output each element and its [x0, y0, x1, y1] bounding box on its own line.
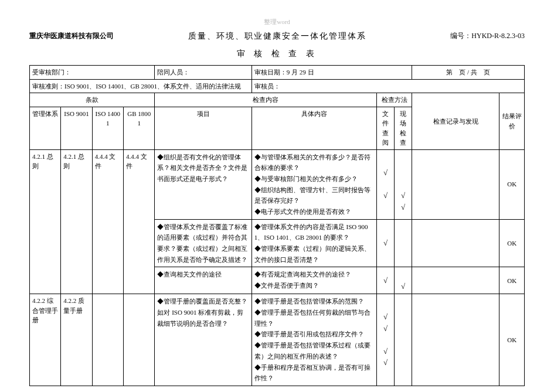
cell-iso14001: 4.4.4 文件 — [92, 149, 123, 294]
hdr-doc-check: 文件查阅 — [377, 107, 395, 149]
cell-site-check — [395, 294, 412, 386]
cell-result: OK — [499, 267, 525, 294]
cell-result: OK — [499, 219, 525, 267]
main-title: 质量、环境、职业健康安全一体化管理体系 — [147, 31, 407, 42]
hdr-project: 项目 — [155, 107, 251, 149]
document-number: 编号：HYKD-R-8.2.3-03 — [407, 31, 525, 41]
cell-result: OK — [499, 294, 525, 386]
checklist-table: 受审核部门： 陪同人员： 审核日期：9 月 29 日 第 页 / 共 页 审核准… — [29, 65, 525, 386]
cell-result: OK — [499, 149, 525, 219]
hdr-clause: 条款 — [30, 93, 155, 107]
cell-record — [412, 294, 499, 386]
page-mid: 页 / 共 — [459, 69, 477, 76]
watermark-text: 整理word — [29, 18, 525, 26]
date-value: 9 月 29 日 — [287, 69, 314, 76]
cell-iso9001: 4.2.1 总则 — [61, 149, 92, 294]
hdr-result: 结果评价 — [499, 93, 525, 150]
cell-doc-check: √√ √√ — [377, 294, 395, 386]
cell-detail: ◆与管理体系相关的文件有多少？是否符合标准的要求？◆与受审核部门相关的文件有多少… — [251, 149, 376, 219]
cell-site-check: √ — [395, 267, 412, 294]
date-label: 审核日期： — [254, 69, 287, 76]
cell-site-check: √√ — [395, 149, 412, 219]
cell-doc-check: √ √ — [377, 149, 395, 219]
cell-mgmt: 4.2.2 综合管理手册 — [30, 294, 61, 386]
cell-project: ◆管理体系文件是否覆盖了标准的适用要素（或过程）并符合其要求？要素（或过程）之间… — [155, 219, 251, 267]
hdr-site-check: 现场检查 — [395, 107, 412, 149]
cell-gb18001 — [124, 294, 155, 386]
info-row-1: 受审核部门： 陪同人员： 审核日期：9 月 29 日 第 页 / 共 页 — [30, 66, 525, 80]
page-pre: 第 — [446, 69, 453, 76]
cell-record — [412, 149, 499, 219]
table-row: 4.2.2 综合管理手册 4.2.2 质量手册 ◆管理手册的覆盖面是否充整？如对… — [30, 294, 525, 386]
cell-iso14001 — [92, 294, 123, 386]
cell-project: ◆查询相关文件的途径 — [155, 267, 251, 294]
cell-project: ◆组织是否有文件化的管理体系？相关文件是否齐全？文件是书面形式还是电子形式？ — [155, 149, 251, 219]
company-name: 重庆华医康道科技有限公司 — [29, 31, 147, 41]
hdr-mgmt: 管理体系 — [30, 107, 61, 149]
cell-gb18001: 4.4.4 文件 — [124, 149, 155, 294]
cell-detail: ◆有否规定查询相关文件的途径？◆文件是否便于查阅？ — [251, 267, 376, 294]
cell-project: ◆管理手册的覆盖面是否充整？如对 ISO 9001 标准有剪裁，剪裁细节说明的是… — [155, 294, 251, 386]
hdr-check-content: 检查内容 — [155, 93, 377, 107]
header-row-1: 条款 检查内容 检查方法 检查记录与发现 结果评价 — [30, 93, 525, 107]
docnum-value: HYKD-R-8.2.3-03 — [471, 32, 525, 40]
auditor-cell: 审核员： — [251, 79, 524, 93]
date-cell: 审核日期：9 月 29 日 — [251, 66, 412, 80]
escort-cell: 陪同人员： — [155, 66, 251, 80]
page-cell: 第 页 / 共 页 — [412, 66, 524, 80]
table-row: 4.2.1 总则 4.2.1 总则 4.4.4 文件 4.4.4 文件 ◆组织是… — [30, 149, 525, 219]
cell-doc-check: √ — [377, 267, 395, 294]
hdr-iso9001: ISO 9001 — [61, 107, 92, 149]
cell-mgmt: 4.2.1 总则 — [30, 149, 61, 294]
document-header: 重庆华医康道科技有限公司 质量、环境、职业健康安全一体化管理体系 编号：HYKD… — [29, 31, 525, 46]
hdr-check-method: 检查方法 — [377, 93, 412, 107]
hdr-record: 检查记录与发现 — [412, 93, 499, 150]
dept-cell: 受审核部门： — [30, 66, 155, 80]
hdr-gb18001: GB 18001 — [124, 107, 155, 149]
cell-record — [412, 267, 499, 294]
criteria-label: 审核准则： — [32, 83, 64, 90]
cell-record — [412, 219, 499, 267]
hdr-detail: 具体内容 — [251, 107, 376, 149]
sub-title: 审 核 检 查 表 — [29, 49, 525, 59]
cell-site-check — [395, 219, 412, 267]
cell-detail: ◆管理体系文件的内容是否满足 ISO 9001、ISO 1401、GB 2800… — [251, 219, 376, 267]
criteria-cell: 审核准则：ISO 9001、ISO 14001、GB 28001、体系文件、适用… — [30, 79, 252, 93]
cell-doc-check: √ — [377, 219, 395, 267]
info-row-2: 审核准则：ISO 9001、ISO 14001、GB 28001、体系文件、适用… — [30, 79, 525, 93]
criteria-value: ISO 9001、ISO 14001、GB 28001、体系文件、适用的法律法规 — [64, 83, 241, 90]
hdr-iso14001: ISO 14001 — [92, 107, 123, 149]
cell-iso9001: 4.2.2 质量手册 — [61, 294, 92, 386]
docnum-label: 编号： — [450, 32, 471, 40]
page-post: 页 — [484, 69, 490, 76]
cell-detail: ◆管理手册是否包括管理体系的范围？◆管理手册是否包括任何剪裁的细节与合理性？◆管… — [251, 294, 376, 386]
